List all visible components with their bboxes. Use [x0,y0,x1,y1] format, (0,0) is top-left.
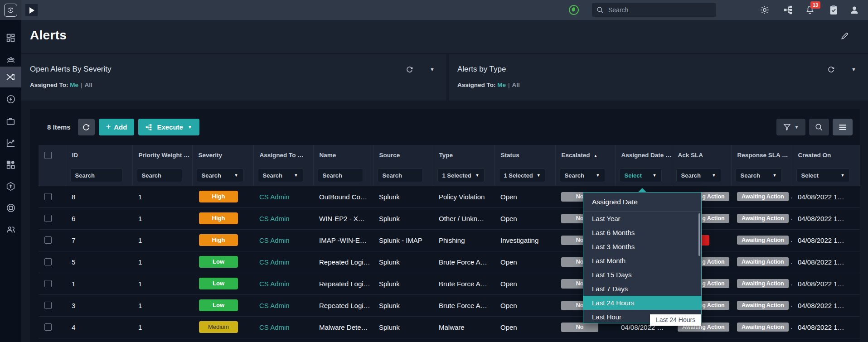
table-row[interactable]: 81HighCS AdminOutBound Co…SplunkPolicy V… [39,186,860,207]
sidebar-item-analytics[interactable] [0,133,21,153]
tasks-clipboard-icon[interactable] [828,4,839,16]
sidebar-item-dashboard[interactable] [0,28,21,48]
dropdown-scrollbar[interactable] [698,213,700,256]
sla-truncation: . [791,192,792,200]
row-checkbox[interactable] [44,280,52,287]
filter-created_on-dropdown[interactable]: Select▼ [796,169,850,182]
table-row[interactable]: 61HighCS AdminWIN-EP2 - X…SplunkOther / … [39,207,860,229]
assigned-filter-me[interactable]: Me [70,82,78,88]
filter-cell-type: 1 Selected▼ [433,165,495,186]
col-header-source[interactable]: Source [373,145,433,165]
cell-assigned_to: CS Admin [253,294,313,316]
dropdown-item-last-15-days[interactable]: Last 15 Days [583,268,701,282]
filter-ack_sla-dropdown[interactable]: Search▼ [676,169,721,182]
dropdown-item-last-6-months[interactable]: Last 6 Months [583,226,701,240]
row-checkbox[interactable] [44,236,52,244]
filter-severity-dropdown[interactable]: Search▼ [197,169,243,182]
filter-source-input[interactable]: Search [378,169,423,182]
notifications-bell-icon[interactable]: 13 [804,4,816,16]
cell-created_on: 04/08/2022 1… [792,294,860,316]
dropdown-item-last-3-months[interactable]: Last 3 Months [583,240,701,254]
assigned-to-link[interactable]: CS Admin [259,323,290,331]
col-header-assigned_to[interactable]: Assigned To … [253,145,313,165]
refresh-button[interactable] [78,119,95,135]
assigned-to-link[interactable]: CS Admin [259,236,290,244]
row-checkbox[interactable] [44,215,52,222]
filter-cell-status: 1 Selected▼ [495,165,555,186]
col-header-assigned_date[interactable]: Assigned Date … [615,145,672,165]
dropdown-item-last-year[interactable]: Last Year [583,212,701,226]
col-header-escalated[interactable]: Escalated▲ [555,145,615,165]
col-header-status[interactable]: Status [495,145,555,165]
edit-pencil-icon[interactable] [840,32,849,40]
filter-type-dropdown[interactable]: 1 Selected▼ [437,169,485,182]
sidebar-item-help-center[interactable] [0,198,21,218]
chevron-down-icon[interactable]: ▼ [430,67,435,72]
dropdown-item-last-month[interactable]: Last Month [583,254,701,268]
filter-assigned_to-dropdown[interactable]: Search▼ [258,169,303,182]
add-button[interactable]: + Add [99,119,135,135]
cell-name: WIN-EP2 - X… [313,207,373,229]
assigned-to-link[interactable]: CS Admin [259,258,290,266]
settings-gear-icon[interactable] [759,4,771,16]
col-header-checkbox[interactable] [39,145,66,165]
assigned-filter-all[interactable]: All [512,82,520,88]
workflow-sitemap-icon[interactable] [782,4,794,16]
table-row[interactable]: 71HighCS AdminIMAP -WIN-E…Splunk - IMAPP… [39,229,860,251]
refresh-icon[interactable] [406,66,413,73]
chevron-down-icon[interactable]: ▼ [851,67,856,72]
cell-severity: High [192,186,253,207]
assigned-filter-me[interactable]: Me [497,82,506,88]
col-header-priority_weight[interactable]: Priority Weight … [132,145,192,165]
assigned-to-link[interactable]: CS Admin [259,280,290,288]
dropdown-item-last-24-hours[interactable]: Last 24 Hours [583,296,701,310]
sidebar-item-user-groups[interactable] [0,220,21,240]
sidebar-item-actions[interactable] [0,89,21,109]
table-row[interactable]: 51LowCS AdminRepeated Logi…SplunkBrute F… [39,251,860,273]
global-search-input[interactable]: Search [592,3,716,17]
filter-name-input[interactable]: Search [318,169,363,182]
assigned-to-link[interactable]: CS Admin [259,193,290,201]
filter-button[interactable]: ▼ [776,119,805,135]
connection-status-icon[interactable] [568,5,579,15]
assigned-to-link[interactable]: CS Admin [259,302,290,309]
assigned-filter-all[interactable]: All [85,82,92,88]
col-header-ack_sla[interactable]: Ack SLA [672,145,731,165]
col-header-id[interactable]: ID [66,145,132,165]
row-checkbox[interactable] [44,302,52,309]
dropdown-item-last-7-days[interactable]: Last 7 Days [583,282,701,296]
app-logo[interactable] [0,0,21,20]
row-checkbox[interactable] [44,193,52,200]
filter-assigned_date-dropdown[interactable]: Select▼ [620,169,662,182]
col-header-response_sla[interactable]: Response SLA … [731,145,792,165]
hexagon-shield-icon [6,182,15,191]
col-header-severity[interactable]: Severity [192,145,253,165]
filter-id-input[interactable]: Search [70,169,122,182]
row-checkbox[interactable] [44,258,52,265]
table-search-button[interactable] [809,119,829,135]
sidebar-item-threat-intel[interactable] [0,176,21,196]
col-header-created_on[interactable]: Created On [792,145,860,165]
cell-type: Brute Force A… [433,294,495,316]
col-header-type[interactable]: Type [433,145,495,165]
refresh-icon[interactable] [827,66,835,73]
filter-escalated-dropdown[interactable]: Search▼ [560,169,605,182]
select-all-checkbox[interactable] [44,152,52,159]
user-profile-icon[interactable] [849,4,860,16]
execute-button[interactable]: Execute ▼ [138,119,199,135]
sidebar-item-alerts[interactable] [0,67,21,87]
table-row[interactable]: 31LowCS AdminRepeated Logi…SplunkBrute F… [39,294,860,316]
filter-priority_weight-input[interactable]: Search [137,169,182,182]
cell-priority_weight: 1 [132,207,192,229]
expand-menu-button[interactable] [25,4,38,16]
col-header-name[interactable]: Name [313,145,373,165]
sidebar-item-apps[interactable] [0,154,21,174]
table-row[interactable]: 11LowCS AdminRepeated Logi…SplunkBrute F… [39,273,860,294]
filter-status-dropdown[interactable]: 1 Selected▼ [499,169,545,182]
table-menu-button[interactable] [833,119,853,135]
table-row[interactable]: 41MediumCS AdminMalware Dete…SplunkMalwa… [39,316,860,338]
filter-response_sla-dropdown[interactable]: Search▼ [736,169,782,182]
row-checkbox[interactable] [44,323,52,331]
sidebar-item-cases[interactable] [0,111,21,131]
assigned-to-link[interactable]: CS Admin [259,215,290,222]
